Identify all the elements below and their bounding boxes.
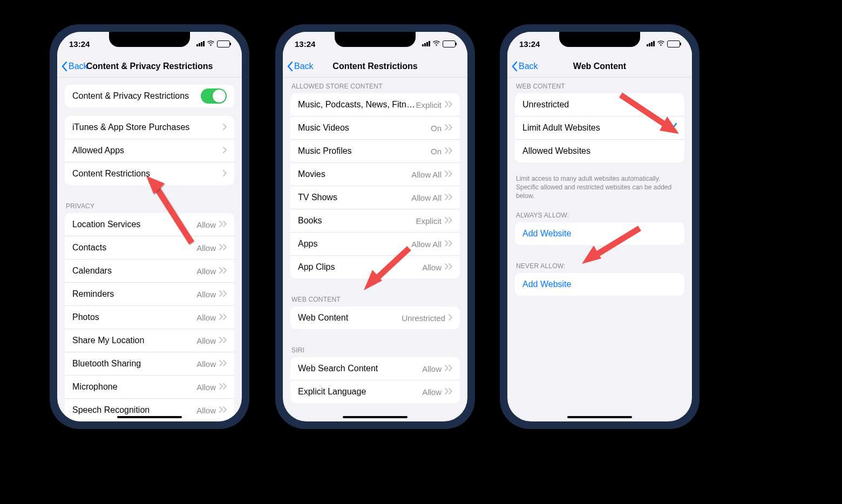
section-header-always-allow: ALWAYS ALLOW:	[507, 203, 692, 222]
row-location-services[interactable]: Location ServicesAllow	[65, 213, 234, 236]
row-web-search-content[interactable]: Web Search ContentAllow	[290, 357, 460, 380]
wifi-icon	[432, 39, 440, 48]
row-limit-adult-websites[interactable]: Limit Adult Websites	[515, 116, 684, 139]
chevron-right-icon	[223, 289, 227, 299]
section-header-web-content: WEB CONTENT	[507, 77, 692, 93]
back-label: Back	[294, 62, 314, 71]
group-siri: Web Search ContentAllowExplicit Language…	[290, 357, 460, 403]
row-books[interactable]: BooksExplicit	[290, 209, 460, 232]
notch	[109, 32, 190, 47]
notch	[559, 32, 640, 47]
row-app-clips[interactable]: App ClipsAllow	[290, 255, 460, 278]
chevron-right-icon	[449, 193, 452, 202]
chevron-right-icon	[223, 312, 227, 322]
group-main: iTunes & App Store Purchases Allowed App…	[65, 116, 234, 185]
row-share-my-location[interactable]: Share My LocationAllow	[65, 329, 234, 352]
row-add-website-never[interactable]: Add Website	[515, 273, 684, 296]
row-unrestricted[interactable]: Unrestricted	[515, 93, 684, 116]
row-calendars[interactable]: CalendarsAllow	[65, 259, 234, 282]
row-music-podcasts-news-fitness[interactable]: Music, Podcasts, News, FitnessExplicit	[290, 93, 460, 116]
master-toggle-label: Content & Privacy Restrictions	[72, 91, 201, 101]
row-tv-shows[interactable]: TV ShowsAllow All	[290, 186, 460, 209]
back-button[interactable]: Back	[512, 62, 538, 71]
group-always-allow: Add Website	[515, 222, 684, 245]
back-label: Back	[69, 62, 88, 71]
section-header-never-allow: NEVER ALLOW:	[507, 254, 692, 273]
back-button[interactable]: Back	[62, 62, 88, 71]
chevron-right-icon	[449, 262, 452, 272]
row-allowed-websites[interactable]: Allowed Websites	[515, 139, 684, 162]
chevron-right-icon	[219, 266, 223, 276]
row-contacts[interactable]: ContactsAllow	[65, 236, 234, 259]
chevron-right-icon	[445, 364, 449, 373]
chevron-right-icon	[219, 289, 223, 299]
chevron-right-icon	[223, 359, 227, 369]
chevron-right-icon	[449, 239, 452, 249]
back-label: Back	[519, 62, 538, 71]
section-header-store: ALLOWED STORE CONTENT	[283, 77, 467, 93]
home-indicator	[343, 416, 408, 418]
row-microphone[interactable]: MicrophoneAllow	[65, 375, 234, 398]
notch	[335, 32, 416, 47]
group-web-content: Web Content Unrestricted	[290, 307, 460, 329]
chevron-right-icon	[445, 123, 449, 133]
section-footer-description: Limit access to many adult websites auto…	[507, 171, 692, 203]
chevron-right-icon	[219, 220, 223, 229]
phone-screen-3: 13:24 Back Web Content WEB CONTENT Unres…	[507, 32, 692, 421]
status-time: 13:24	[519, 39, 540, 49]
group-store-content: Music, Podcasts, News, FitnessExplicitMu…	[290, 93, 460, 278]
chevron-right-icon	[449, 146, 452, 156]
row-movies[interactable]: MoviesAllow All	[290, 162, 460, 186]
chevron-right-icon	[219, 405, 223, 415]
chevron-right-icon	[445, 239, 449, 249]
row-content-restrictions[interactable]: Content Restrictions	[65, 162, 234, 185]
nav-bar: Back Web Content	[507, 56, 692, 78]
row-reminders[interactable]: RemindersAllow	[65, 282, 234, 305]
chevron-right-icon	[445, 387, 449, 397]
section-header-siri: SIRI	[283, 338, 467, 357]
chevron-right-icon	[449, 364, 452, 373]
row-master-toggle[interactable]: Content & Privacy Restrictions	[65, 85, 234, 107]
row-add-website-always[interactable]: Add Website	[515, 222, 684, 245]
signal-icon	[422, 41, 430, 46]
row-web-content[interactable]: Web Content Unrestricted	[290, 307, 460, 329]
chevron-right-icon	[223, 405, 227, 415]
chevron-right-icon	[219, 336, 223, 345]
section-header-web: WEB CONTENT	[283, 287, 467, 307]
row-bluetooth-sharing[interactable]: Bluetooth SharingAllow	[65, 352, 234, 375]
chevron-right-icon	[223, 146, 227, 155]
chevron-right-icon	[223, 169, 227, 179]
battery-icon	[443, 40, 456, 47]
phone-frame-2: 13:24 Back Content Restrictions ALLOWED …	[275, 24, 475, 429]
group-web-options: UnrestrictedLimit Adult WebsitesAllowed …	[515, 93, 684, 162]
row-music-videos[interactable]: Music VideosOn	[290, 116, 460, 139]
row-music-profiles[interactable]: Music ProfilesOn	[290, 139, 460, 162]
row-itunes-store[interactable]: iTunes & App Store Purchases	[65, 116, 234, 139]
chevron-right-icon	[219, 382, 223, 392]
chevron-right-icon	[219, 359, 223, 369]
phone-frame-3: 13:24 Back Web Content WEB CONTENT Unres…	[500, 24, 700, 429]
chevron-right-icon	[449, 313, 452, 323]
nav-bar: Back Content & Privacy Restrictions	[57, 56, 242, 78]
section-header-privacy: PRIVACY	[57, 194, 242, 213]
group-never-allow: Add Website	[515, 273, 684, 296]
nav-bar: Back Content Restrictions	[283, 56, 467, 78]
row-allowed-apps[interactable]: Allowed Apps	[65, 139, 234, 162]
row-photos[interactable]: PhotosAllow	[65, 305, 234, 329]
chevron-right-icon	[445, 146, 449, 156]
chevron-right-icon	[223, 266, 227, 276]
chevron-right-icon	[449, 387, 452, 397]
status-time: 13:24	[295, 39, 315, 49]
wifi-icon	[657, 39, 665, 48]
battery-icon	[667, 40, 680, 47]
row-apps[interactable]: AppsAllow All	[290, 232, 460, 255]
chevron-right-icon	[449, 169, 452, 179]
home-indicator	[117, 416, 182, 418]
signal-icon	[647, 41, 655, 46]
status-time: 13:24	[69, 39, 90, 49]
row-explicit-language[interactable]: Explicit LanguageAllow	[290, 380, 460, 403]
chevron-right-icon	[223, 243, 227, 253]
chevron-right-icon	[223, 220, 227, 229]
back-button[interactable]: Back	[287, 62, 314, 71]
toggle-switch[interactable]	[201, 88, 227, 104]
